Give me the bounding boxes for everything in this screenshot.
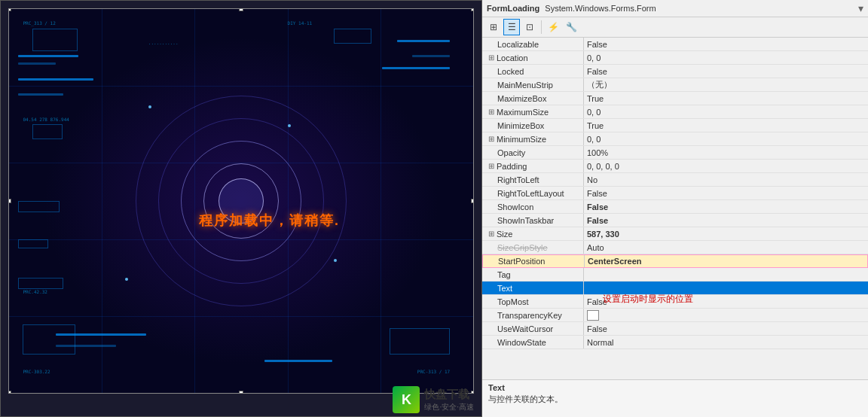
- handle-bottom-middle[interactable]: [239, 391, 243, 394]
- prop-value-topmost[interactable]: False: [584, 295, 868, 308]
- prop-name-sizegripstyle: SizeGripStyle: [482, 241, 584, 254]
- properties-close-btn[interactable]: ▾: [858, 2, 863, 14]
- prop-value-minimumsize[interactable]: 0, 0: [584, 132, 868, 145]
- prop-value-windowstate[interactable]: Normal: [584, 336, 868, 349]
- table-row[interactable]: ShowIconFalse: [482, 200, 868, 214]
- table-row[interactable]: MinimumSize0, 0: [482, 132, 868, 146]
- table-row[interactable]: MaximizeBoxTrue: [482, 92, 868, 105]
- table-row[interactable]: RightToLeftNo: [482, 173, 868, 187]
- prop-name-mainmenustrip: MainMenuStrip: [482, 78, 584, 91]
- prop-name-localizable: Localizable: [482, 38, 584, 50]
- prop-name-opacity: Opacity: [482, 146, 584, 159]
- prop-name-windowstate: WindowState: [482, 336, 584, 349]
- properties-table[interactable]: LocalizableFalseLocation0, 0LockedFalseM…: [482, 38, 868, 379]
- toolbar-categorized-btn[interactable]: ⊞: [485, 19, 502, 35]
- prop-value-minimizebox[interactable]: True: [584, 119, 868, 132]
- class-name-label: System.Windows.Forms.Form: [545, 4, 656, 13]
- prop-name-showicon: ShowIcon: [482, 200, 584, 213]
- prop-value-usewaitcursor[interactable]: False: [584, 322, 868, 335]
- table-row[interactable]: UseWaitCursorFalse: [482, 322, 868, 336]
- prop-value-righttoleftlayout[interactable]: False: [584, 187, 868, 199]
- handle-bottom-left[interactable]: [8, 391, 11, 394]
- prop-name-maximumsize: MaximumSize: [482, 105, 584, 118]
- form-canvas[interactable]: PRC_313 / 12 ........... DIY 14-11 PRC-3…: [8, 8, 474, 394]
- table-row[interactable]: StartPositionCenterScreen: [482, 254, 868, 268]
- table-row[interactable]: Size587, 330: [482, 227, 868, 241]
- properties-title-bar: FormLoading System.Windows.Forms.Form ▾: [482, 0, 868, 17]
- table-row[interactable]: LocalizableFalse: [482, 38, 868, 51]
- table-row[interactable]: LockedFalse: [482, 65, 868, 78]
- prop-value-localizable[interactable]: False: [584, 38, 868, 50]
- prop-value-text[interactable]: [584, 282, 868, 294]
- table-row[interactable]: Padding0, 0, 0, 0: [482, 160, 868, 173]
- table-row[interactable]: MaximumSize0, 0: [482, 105, 868, 119]
- prop-value-padding[interactable]: 0, 0, 0, 0: [584, 160, 868, 172]
- prop-value-locked[interactable]: False: [584, 65, 868, 78]
- prop-value-location[interactable]: 0, 0: [584, 51, 868, 64]
- properties-panel: FormLoading System.Windows.Forms.Form ▾ …: [482, 0, 868, 417]
- prop-value-maximumsize[interactable]: 0, 0: [584, 105, 868, 118]
- watermark-text-container: 快盘下载 绿色·安全·高速: [424, 388, 474, 412]
- prop-name-showintaskbar: ShowInTaskbar: [482, 214, 584, 227]
- table-row[interactable]: SizeGripStyleAuto: [482, 241, 868, 254]
- prop-name-size: Size: [482, 227, 584, 240]
- prop-value-mainmenustrip[interactable]: （无）: [584, 78, 868, 91]
- prop-name-righttoleft: RightToLeft: [482, 173, 584, 186]
- prop-name-tag: Tag: [482, 268, 584, 281]
- handle-top-right[interactable]: [471, 8, 474, 11]
- prop-name-minimizebox: MinimizeBox: [482, 119, 584, 132]
- description-panel: Text 与控件关联的文本。: [482, 379, 868, 417]
- prop-value-opacity[interactable]: 100%: [584, 146, 868, 159]
- table-row[interactable]: Tag: [482, 268, 868, 282]
- table-row[interactable]: MainMenuStrip（无）: [482, 78, 868, 92]
- handle-top-middle[interactable]: [239, 8, 243, 11]
- table-row[interactable]: TransparencyKey: [482, 309, 868, 322]
- watermark-symbol: K: [402, 392, 411, 408]
- handle-middle-left[interactable]: [8, 199, 11, 203]
- toolbar-events-btn[interactable]: ⚡: [545, 19, 561, 35]
- prop-name-topmost: TopMost: [482, 295, 584, 308]
- prop-name-righttoleftlayout: RightToLeftLayout: [482, 187, 584, 199]
- description-text: 与控件关联的文本。: [488, 394, 862, 405]
- prop-value-transparencykey[interactable]: [584, 309, 868, 321]
- prop-value-tag[interactable]: [584, 268, 868, 281]
- prop-name-text: Text: [482, 282, 584, 294]
- sci-fi-background: PRC_313 / 12 ........... DIY 14-11 PRC-3…: [9, 9, 473, 393]
- table-row[interactable]: Text: [482, 282, 868, 295]
- prop-value-startposition[interactable]: CenterScreen: [585, 255, 867, 267]
- loading-text: 程序加载中，请稍等.: [199, 212, 340, 230]
- prop-value-maximizebox[interactable]: True: [584, 92, 868, 105]
- prop-value-righttoleft[interactable]: No: [584, 173, 868, 186]
- toolbar-separator: [541, 20, 542, 34]
- table-row[interactable]: TopMostFalse: [482, 295, 868, 309]
- prop-value-showicon[interactable]: False: [584, 200, 868, 213]
- handle-top-left[interactable]: [8, 8, 11, 11]
- form-name-label: FormLoading: [487, 4, 539, 13]
- properties-title-text: FormLoading System.Windows.Forms.Form: [487, 4, 656, 13]
- prop-name-minimumsize: MinimumSize: [482, 132, 584, 145]
- toolbar-settings-btn[interactable]: 🔧: [563, 19, 579, 35]
- description-title: Text: [488, 383, 862, 392]
- handle-middle-right[interactable]: [471, 199, 474, 203]
- table-row[interactable]: MinimizeBoxTrue: [482, 119, 868, 132]
- table-row[interactable]: Location0, 0: [482, 51, 868, 65]
- form-preview-panel: PRC_313 / 12 ........... DIY 14-11 PRC-3…: [0, 0, 482, 417]
- prop-name-locked: Locked: [482, 65, 584, 78]
- watermark-main: 快盘下载: [424, 388, 474, 402]
- watermark-logo: K: [393, 386, 420, 413]
- prop-value-showintaskbar[interactable]: False: [584, 214, 868, 227]
- prop-value-sizegripstyle[interactable]: Auto: [584, 241, 868, 254]
- prop-value-size[interactable]: 587, 330: [584, 227, 868, 240]
- toolbar-properties-btn[interactable]: ⊡: [521, 19, 538, 35]
- table-row[interactable]: RightToLeftLayoutFalse: [482, 187, 868, 200]
- table-row[interactable]: WindowStateNormal: [482, 336, 868, 349]
- table-row[interactable]: Opacity100%: [482, 146, 868, 160]
- prop-name-location: Location: [482, 51, 584, 64]
- toolbar-alphabetical-btn[interactable]: ☰: [503, 19, 520, 35]
- prop-name-maximizebox: MaximizeBox: [482, 92, 584, 105]
- table-row[interactable]: ShowInTaskbarFalse: [482, 214, 868, 227]
- properties-toolbar: ⊞ ☰ ⊡ ⚡ 🔧: [482, 17, 868, 38]
- color-box: [587, 310, 599, 321]
- prop-name-padding: Padding: [482, 160, 584, 172]
- prop-name-startposition: StartPosition: [483, 255, 585, 267]
